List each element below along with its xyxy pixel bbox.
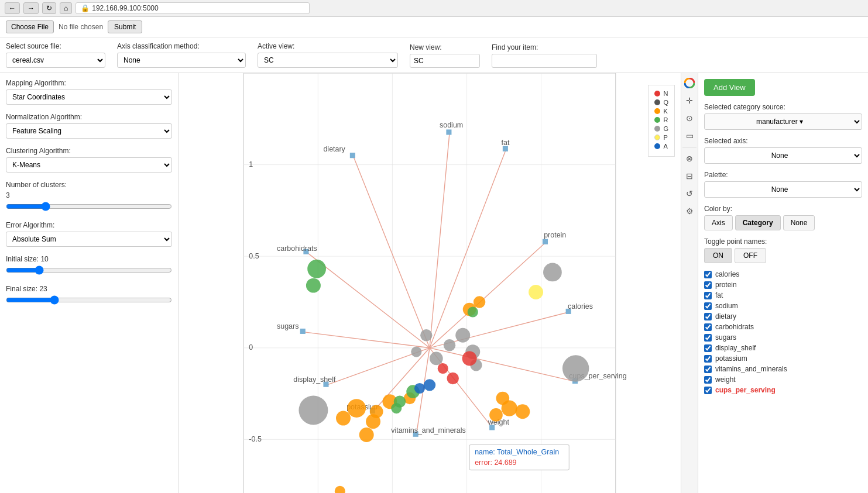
palette-label: Palette: bbox=[704, 171, 862, 179]
color-category-button[interactable]: Category bbox=[735, 215, 781, 230]
toggle-off-button[interactable]: OFF bbox=[735, 248, 766, 263]
error-label: Error Algorithm: bbox=[6, 221, 172, 229]
clustering-group: Clustering Algorithm: K-Means bbox=[6, 147, 172, 173]
main-layout: Mapping Algorithm: Star Coordinates Norm… bbox=[0, 73, 868, 493]
svg-text:name: Total_Whole_Grain: name: Total_Whole_Grain bbox=[475, 449, 559, 457]
svg-point-85 bbox=[462, 351, 477, 366]
svg-point-79 bbox=[307, 260, 326, 278]
rectangle-icon[interactable]: ▭ bbox=[683, 129, 696, 142]
category-source-select[interactable]: manufacturer ▾ bbox=[704, 113, 862, 130]
checkbox-label-dietary: dietary bbox=[715, 312, 736, 320]
checkbox-calories[interactable] bbox=[704, 271, 712, 278]
legend-dot-k bbox=[654, 108, 660, 114]
active-view-select[interactable]: SC bbox=[258, 53, 398, 68]
settings-icon[interactable]: ⚙ bbox=[683, 205, 696, 218]
legend-label-n: N bbox=[663, 90, 668, 97]
mapping-select[interactable]: Star Coordinates bbox=[6, 89, 172, 105]
choose-file-button[interactable]: Choose File bbox=[6, 20, 54, 33]
checkbox-label-calories: calories bbox=[715, 270, 739, 278]
svg-point-91 bbox=[562, 355, 589, 381]
active-view-group: Active view: SC bbox=[258, 42, 398, 68]
cursor-icon[interactable]: ⊙ bbox=[683, 112, 696, 125]
svg-point-70 bbox=[489, 408, 503, 422]
svg-point-90 bbox=[299, 396, 328, 425]
checkbox-item-carbohidrats: carbohidrats bbox=[704, 323, 862, 331]
checkbox-label-sodium: sodium bbox=[715, 302, 738, 310]
forward-button[interactable]: → bbox=[23, 2, 39, 14]
color-by-buttons: Axis Category None bbox=[704, 215, 862, 230]
checkbox-item-sodium: sodium bbox=[704, 302, 862, 310]
svg-point-69 bbox=[515, 404, 530, 419]
checkbox-fat[interactable] bbox=[704, 292, 712, 299]
legend-label-r: R bbox=[663, 116, 668, 123]
checkbox-cups_per_serving[interactable] bbox=[704, 387, 712, 394]
checkbox-potassium[interactable] bbox=[704, 355, 712, 363]
new-view-input[interactable] bbox=[410, 54, 480, 68]
initial-size-slider[interactable] bbox=[6, 266, 172, 275]
clusters-slider[interactable] bbox=[6, 202, 172, 211]
link-icon[interactable]: ⊗ bbox=[683, 152, 696, 165]
find-label: Find your item: bbox=[492, 43, 597, 51]
checkbox-dietary[interactable] bbox=[704, 313, 712, 320]
palette-select[interactable]: None bbox=[704, 181, 862, 198]
svg-text:protein: protein bbox=[544, 231, 566, 239]
svg-point-77 bbox=[359, 428, 374, 442]
legend-item-a: A bbox=[654, 143, 668, 150]
checkbox-display_shelf[interactable] bbox=[704, 344, 712, 352]
refresh-icon[interactable]: ↺ bbox=[683, 187, 696, 200]
legend-item-r: R bbox=[654, 116, 668, 123]
svg-point-66 bbox=[529, 285, 543, 299]
new-view-group: New view: bbox=[410, 43, 480, 68]
svg-rect-33 bbox=[350, 153, 355, 158]
color-wheel-icon[interactable] bbox=[683, 77, 696, 89]
back-button[interactable]: ← bbox=[5, 2, 20, 14]
normalization-select[interactable]: Feature Scaling bbox=[6, 123, 172, 139]
svg-point-89 bbox=[414, 383, 425, 394]
add-view-button[interactable]: Add View bbox=[704, 79, 755, 96]
color-by-section: Color by: Axis Category None bbox=[704, 205, 862, 230]
initial-size-label: Initial size: 10 bbox=[6, 255, 172, 263]
legend-label-p: P bbox=[663, 134, 667, 141]
svg-text:sodium: sodium bbox=[440, 121, 463, 129]
axis-method-select[interactable]: None bbox=[117, 53, 246, 68]
axis-method-label: Axis classification method: bbox=[117, 42, 246, 50]
palette-section: Palette: None bbox=[704, 171, 862, 198]
selected-axis-label: Selected axis: bbox=[704, 137, 862, 145]
checkbox-item-cups_per_serving: cups_per_serving bbox=[704, 386, 862, 394]
home-button[interactable]: ⌂ bbox=[60, 2, 72, 14]
checkbox-weight[interactable] bbox=[704, 376, 712, 384]
svg-point-60 bbox=[444, 339, 455, 351]
svg-text:vitamins_and_minerals: vitamins_and_minerals bbox=[391, 426, 466, 435]
selected-axis-select[interactable]: None bbox=[704, 147, 862, 164]
svg-point-61 bbox=[430, 352, 443, 366]
color-none-button[interactable]: None bbox=[783, 215, 815, 230]
icon-toolbar: ✛ ⊙ ▭ ⊗ ⊟ ↺ ⚙ bbox=[681, 73, 698, 493]
clusters-label: Number of clusters: bbox=[6, 181, 172, 189]
final-size-slider[interactable] bbox=[6, 295, 172, 305]
error-group: Error Algorithm: Absolute Sum bbox=[6, 221, 172, 247]
grid-icon[interactable]: ⊟ bbox=[683, 170, 696, 182]
submit-button[interactable]: Submit bbox=[108, 20, 142, 33]
svg-point-76 bbox=[366, 414, 380, 429]
new-view-label: New view: bbox=[410, 43, 480, 51]
checkbox-sodium[interactable] bbox=[704, 302, 712, 310]
find-input[interactable] bbox=[492, 54, 597, 68]
checkbox-label-vitamins_and_minerals: vitamins_and_minerals bbox=[715, 365, 787, 373]
color-axis-button[interactable]: Axis bbox=[704, 215, 733, 230]
toggle-on-button[interactable]: ON bbox=[704, 248, 732, 263]
checkbox-protein[interactable] bbox=[704, 281, 712, 289]
final-size-label: Final size: 23 bbox=[6, 285, 172, 293]
chart-legend: N Q K R G P A bbox=[648, 85, 675, 157]
checkbox-sugars[interactable] bbox=[704, 334, 712, 342]
star-coordinates-chart[interactable]: 1 0.5 0 -0.5 -1 -1 -0.5 0 0.5 1 1.5 bbox=[179, 73, 681, 493]
clustering-select[interactable]: K-Means bbox=[6, 157, 172, 173]
checkbox-carbohidrats[interactable] bbox=[704, 323, 712, 331]
error-select[interactable]: Absolute Sum bbox=[6, 232, 172, 247]
refresh-button[interactable]: ↻ bbox=[42, 2, 56, 14]
initial-size-group: Initial size: 10 bbox=[6, 255, 172, 277]
legend-dot-q bbox=[654, 99, 660, 105]
checkbox-vitamins_and_minerals[interactable] bbox=[704, 366, 712, 373]
normalization-group: Normalization Algorithm: Feature Scaling bbox=[6, 113, 172, 139]
source-select[interactable]: cereal.csv bbox=[6, 53, 105, 68]
move-icon[interactable]: ✛ bbox=[683, 94, 696, 107]
